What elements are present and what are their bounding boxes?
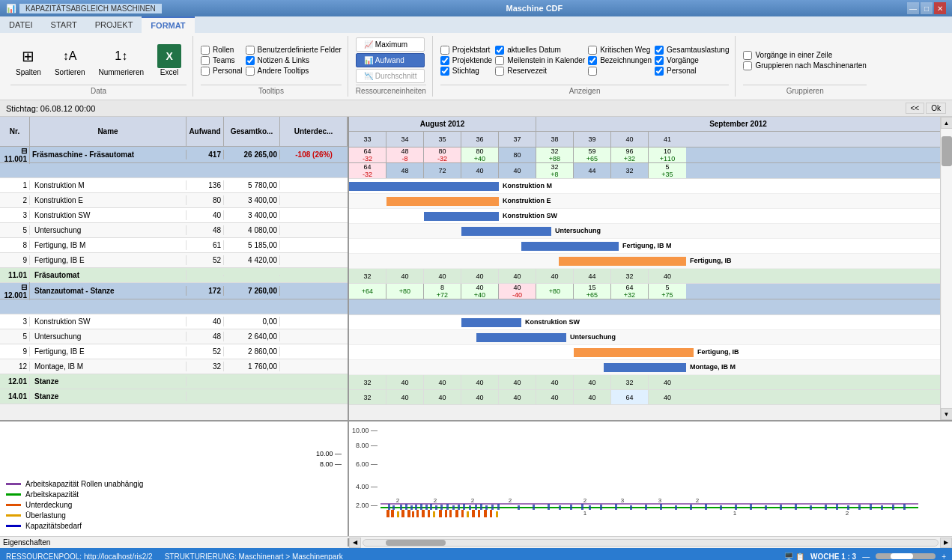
zoom-thumb[interactable] [891,553,913,559]
checkbox-meilenstein-input[interactable] [495,56,504,65]
th-nr: Nr. [0,117,30,146]
durchschnitt-button[interactable]: 📉 Durchschnitt [356,69,425,83]
checkbox-bezeichnungen-input[interactable] [588,56,597,65]
checkbox-personal-input[interactable] [201,67,210,76]
excel-button[interactable]: X Excel [152,40,187,80]
gantt-week-37: 37 [499,132,536,147]
nav-left-button[interactable]: << [906,103,925,114]
tab-start[interactable]: START [42,16,86,33]
scroll-down-button[interactable]: ▼ [941,408,953,420]
bar-label-konstruktion-e: Konstruktion E [503,197,551,204]
svg-rect-39 [388,504,390,510]
checkbox-teams[interactable]: Teams [201,56,242,65]
checkbox-reservezeit-input[interactable] [495,67,504,76]
checkbox-projektende-input[interactable] [440,56,449,65]
checkbox-personal[interactable]: Personal [201,67,242,76]
checkbox-stichtag-input[interactable] [440,67,449,76]
checkbox-notizen-input[interactable] [246,56,255,65]
hscroll-track[interactable] [363,539,939,547]
checkbox-reservezeit[interactable]: Reservezeit [495,67,585,76]
svg-rect-81 [810,505,812,510]
checkbox-notizen[interactable]: Notizen & Links [246,56,342,65]
svg-rect-54 [469,505,471,510]
scroll-thumb[interactable] [942,136,952,166]
maximum-button[interactable]: 📈 Maximum [356,37,425,52]
hscroll-left-button[interactable]: ◀ [349,538,361,548]
nummerieren-button[interactable]: 1↕ Nummerieren [94,40,150,80]
checkbox-projektstart-input[interactable] [440,46,449,55]
checkbox-andere[interactable]: Andere Tooltips [246,67,342,76]
checkbox-aktuelles-datum[interactable]: aktuelles Datum [495,46,585,55]
svg-rect-65 [581,504,583,510]
checkbox-benutzerdefinierte-input[interactable] [246,46,255,55]
checkbox-kritischen-input[interactable] [588,46,597,55]
svg-rect-83 [836,504,838,510]
hscroll-right-button[interactable]: ▶ [940,538,952,548]
ressourcen-group-label: Ressourceneinheiten [356,85,426,95]
svg-text:2: 2 [846,510,849,517]
hscroll-thumb[interactable] [386,540,446,546]
bar-fertigung-ibe [559,257,686,266]
svg-rect-66 [589,505,591,510]
svg-text:8.00 —: 8.00 — [356,442,378,449]
scroll-track[interactable] [942,129,952,408]
checkbox-vorgaenge-zeile-input[interactable] [743,51,752,60]
maximize-button[interactable]: □ [921,2,933,14]
checkbox-rollen[interactable]: Rollen [201,46,242,55]
status-right: 🖥️ 📋 WOCHE 1 : 3 — + [784,553,946,561]
table-row: 8 Fertigung, IB M 61 5 185,00 [0,238,348,253]
td-aufwand: 417 [187,150,224,159]
tab-datei[interactable]: DATEI [0,16,42,33]
checkbox-personal-anzeigen-input[interactable] [655,67,664,76]
svg-text:1: 1 [733,510,737,517]
gantt-row-5: Untersuchung [349,224,940,239]
checkbox-vorgaenge-input[interactable] [655,56,664,65]
horizontal-scrollbar[interactable]: Eigenschaften ◀ ▶ [0,536,952,548]
checkbox-aktuelles-datum-input[interactable] [495,46,504,55]
tab-format[interactable]: FORMAT [142,16,194,33]
checkbox-projektende[interactable]: Projektende [440,56,492,65]
table-row: 2 Konstruktion E 80 3 400,00 [0,193,348,208]
checkbox-vorgaenge[interactable]: Vorgänge [655,56,729,65]
aufwand-button[interactable]: 📊 Aufwand [356,53,425,67]
tab-projekt[interactable]: PROJEKT [86,16,142,33]
checkbox-andere-input[interactable] [246,67,255,76]
checkbox-personal-anzeigen[interactable]: Personal [655,67,729,76]
nav-right-button[interactable]: Ok [926,103,946,114]
checkbox-vorgaenge-zeile[interactable]: Vorgänge in einer Zeile [743,51,866,60]
checkbox-rollen-input[interactable] [201,46,210,55]
checkbox-projektstart[interactable]: Projektstart [440,46,492,55]
th-name: Name [30,117,187,146]
svg-rect-22 [407,510,410,517]
status-zoom-in[interactable]: + [942,553,946,561]
checkbox-maschinenarten[interactable]: Gruppieren nach Maschinenarten [743,61,866,70]
gantt-row-summary1: 32 40 40 40 40 40 44 32 40 [349,269,940,284]
bar-fertigung-ibm [521,242,619,251]
checkbox-gesamtauslastung-input[interactable] [655,46,664,55]
checkbox-kritischen[interactable]: Kritischen Weg [588,46,652,55]
sortieren-button[interactable]: ↕A Sortieren [49,40,91,80]
svg-rect-85 [858,505,861,510]
scroll-up-button[interactable]: ▲ [941,117,953,129]
checkbox-projektstart-label: Projektstart [452,46,491,54]
checkbox-stichtag[interactable]: Stichtag [440,67,492,76]
checkbox-meilenstein[interactable]: Meilenstein in Kalender [495,56,585,65]
svg-rect-64 [570,505,572,510]
status-zoom-slider[interactable] [876,553,936,559]
checkbox-stichtag-label: Stichtag [452,67,479,75]
checkbox-bezeichnungen[interactable]: Bezeichnungen [588,56,652,65]
checkbox-teams-input[interactable] [201,56,210,65]
svg-rect-44 [415,505,417,510]
legend-item-arbeitskapazitat: Arbeitskapazität [6,490,342,499]
status-zoom-out[interactable]: — [862,553,870,561]
checkbox-gesamtauslastung[interactable]: Gesamtauslastung [655,46,729,55]
checkbox-maschinenarten-input[interactable] [743,61,752,70]
minimize-button[interactable]: — [907,2,919,14]
close-button[interactable]: ✕ [934,2,946,14]
vertical-scrollbar[interactable]: ▲ ▼ [940,117,952,420]
checkbox-benutzerdefinierte[interactable]: Benutzerdefinierte Felder [246,46,342,55]
bar-label-fertigung-ibe: Fertigung, IB [690,257,732,264]
svg-rect-26 [428,510,430,517]
aufwand-icon: 📊 [364,56,373,64]
spalten-button[interactable]: ⊞ Spalten [10,40,46,80]
